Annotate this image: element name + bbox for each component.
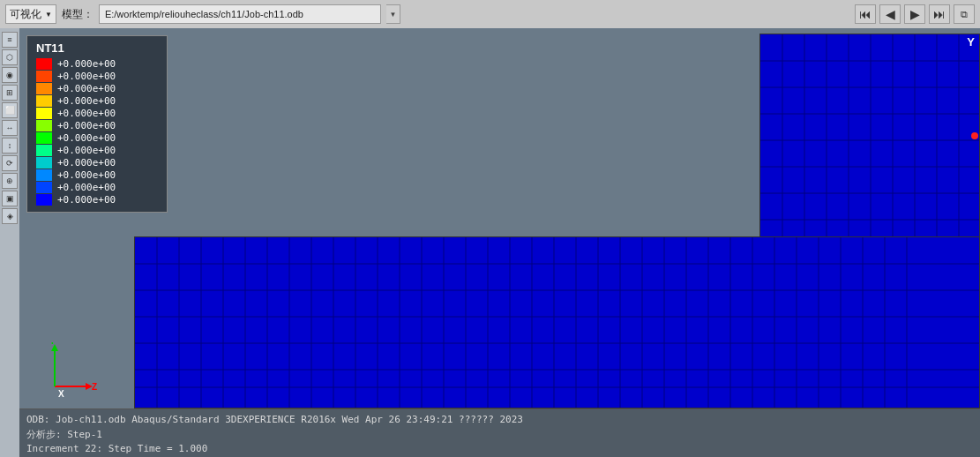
- legend-color-swatch-3: [36, 95, 52, 107]
- nav-prev-button[interactable]: ◀: [879, 4, 901, 24]
- legend-entry-4: +0.000e+00: [36, 108, 158, 119]
- legend-entry-10: +0.000e+00: [36, 182, 158, 193]
- toolbar-icon-10[interactable]: ◈: [2, 208, 18, 224]
- visibility-dropdown[interactable]: 可视化 ▼: [5, 4, 56, 24]
- toolbar-icon-3[interactable]: ⊞: [2, 85, 18, 101]
- legend-color-swatch-4: [36, 108, 52, 119]
- legend-value-9: +0.000e+00: [57, 169, 116, 181]
- legend-value-2: +0.000e+00: [57, 83, 116, 94]
- legend-entry-8: +0.000e+00: [36, 157, 158, 169]
- nav-last-button[interactable]: ⏭: [929, 4, 950, 24]
- left-toolbar: ≡ ⬡ ◉ ⊞ ⬜ ↔ ↕ ⟳ ⊕ ▣ ◈: [0, 28, 19, 457]
- nav-last-icon: ⏭: [933, 7, 946, 21]
- model-label: 模型：: [62, 7, 94, 22]
- legend-entry-9: +0.000e+00: [36, 169, 158, 181]
- legend-value-0: +0.000e+00: [57, 58, 116, 70]
- legend-entry-5: +0.000e+00: [36, 120, 158, 131]
- nav-next-icon: ▶: [910, 7, 920, 21]
- svg-text:X: X: [58, 389, 64, 399]
- legend-value-10: +0.000e+00: [57, 182, 116, 193]
- legend-color-swatch-11: [36, 194, 52, 206]
- legend-box: NT11 +0.000e+00+0.000e+00+0.000e+00+0.00…: [26, 35, 168, 213]
- y-axis-label: Y: [967, 35, 975, 49]
- legend-entry-3: +0.000e+00: [36, 95, 158, 107]
- svg-text:Y: Y: [49, 342, 56, 346]
- toolbar-icon-4[interactable]: ⬜: [2, 102, 18, 118]
- legend-value-7: +0.000e+00: [57, 145, 116, 156]
- mesh-lower: [134, 236, 980, 408]
- legend-value-11: +0.000e+00: [57, 194, 116, 206]
- legend-color-swatch-9: [36, 169, 52, 181]
- legend-value-8: +0.000e+00: [57, 157, 116, 169]
- legend-color-swatch-0: [36, 58, 52, 70]
- legend-entry-7: +0.000e+00: [36, 145, 158, 156]
- toolbar-icon-5[interactable]: ↔: [2, 120, 18, 136]
- axis-indicator: Z Y X: [37, 342, 99, 404]
- toolbar-icon-8[interactable]: ⊕: [2, 173, 18, 189]
- legend-value-1: +0.000e+00: [57, 71, 116, 82]
- legend-value-4: +0.000e+00: [57, 108, 116, 119]
- chevron-down-icon: ▼: [45, 11, 52, 19]
- toolbar-icon-2[interactable]: ◉: [2, 67, 18, 83]
- toolbar-icon-7[interactable]: ⟳: [2, 155, 18, 171]
- legend-color-swatch-7: [36, 145, 52, 156]
- legend-color-swatch-5: [36, 120, 52, 131]
- nav-prev-icon: ◀: [886, 7, 895, 21]
- toolbar-icon-6[interactable]: ↕: [2, 138, 18, 154]
- red-dot-indicator: [971, 132, 978, 139]
- legend-color-swatch-10: [36, 182, 52, 193]
- status-bar: ODB: Job-ch11.odb Abaqus/Standard 3DEXPE…: [19, 408, 980, 457]
- nav-first-button[interactable]: ⏮: [855, 4, 876, 24]
- legend-color-swatch-6: [36, 132, 52, 144]
- toolbar-icon-0[interactable]: ≡: [2, 32, 18, 48]
- legend-color-swatch-2: [36, 83, 52, 94]
- legend-title: NT11: [36, 41, 158, 55]
- viewport[interactable]: NT11 +0.000e+00+0.000e+00+0.000e+00+0.00…: [19, 28, 980, 457]
- visibility-label: 可视化: [10, 7, 41, 22]
- legend-color-swatch-1: [36, 71, 52, 82]
- model-path-display: E:/worktemp/reliouheclass/ch11/Job-ch11.…: [99, 4, 381, 24]
- copy-icon: ⧉: [961, 9, 968, 20]
- legend-entry-11: +0.000e+00: [36, 194, 158, 206]
- copy-button[interactable]: ⧉: [954, 4, 975, 24]
- toolbar-icon-9[interactable]: ▣: [2, 191, 18, 206]
- mesh-upper: [759, 34, 980, 245]
- nav-first-icon: ⏮: [859, 7, 872, 21]
- model-path-text: E:/worktemp/reliouheclass/ch11/Job-ch11.…: [105, 9, 303, 19]
- legend-value-3: +0.000e+00: [57, 95, 116, 107]
- legend-entry-1: +0.000e+00: [36, 71, 158, 82]
- nav-next-button[interactable]: ▶: [904, 4, 925, 24]
- status-line-1: ODB: Job-ch11.odb Abaqus/Standard 3DEXPE…: [26, 413, 973, 428]
- legend-color-swatch-8: [36, 157, 52, 169]
- legend-value-5: +0.000e+00: [57, 120, 116, 131]
- status-line-2: 分析步: Step-1: [26, 428, 973, 443]
- top-bar: 可视化 ▼ 模型： E:/worktemp/reliouheclass/ch11…: [0, 0, 980, 28]
- legend-entry-6: +0.000e+00: [36, 132, 158, 144]
- legend-value-6: +0.000e+00: [57, 132, 116, 144]
- legend-entry-0: +0.000e+00: [36, 58, 158, 70]
- status-line-3: Increment 22: Step Time = 1.000: [26, 442, 973, 457]
- chevron-icon: ▼: [389, 11, 396, 19]
- svg-text:Z: Z: [92, 382, 97, 392]
- legend-entry-2: +0.000e+00: [36, 83, 158, 94]
- nav-controls: ⏮ ◀ ▶ ⏭ ⧉: [855, 4, 975, 24]
- model-path-dropdown-arrow[interactable]: ▼: [386, 4, 400, 24]
- toolbar-icon-1[interactable]: ⬡: [2, 49, 18, 65]
